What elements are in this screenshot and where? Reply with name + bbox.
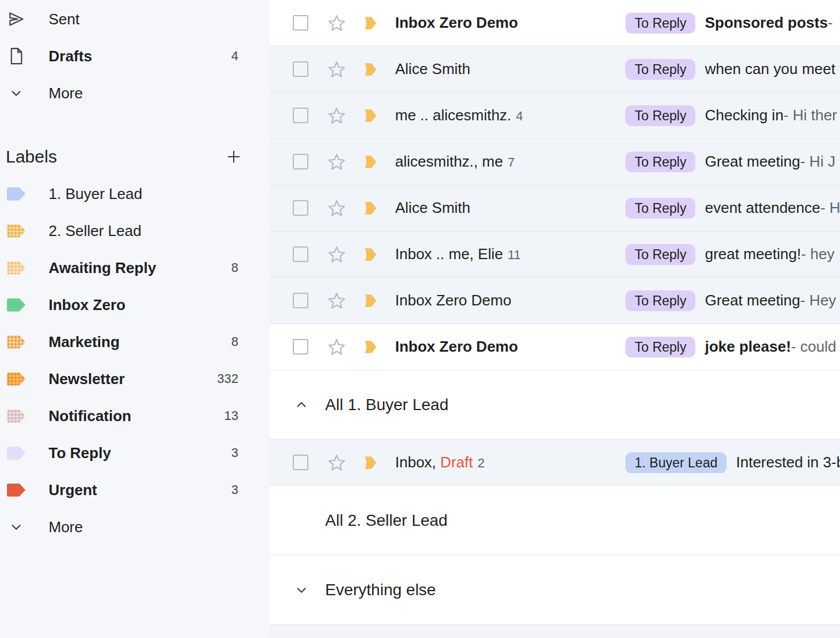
label-badge[interactable]: To Reply bbox=[625, 337, 695, 357]
row-checkbox[interactable] bbox=[293, 61, 308, 77]
label-badge[interactable]: To Reply bbox=[625, 59, 695, 80]
subject-text: Interested in 3-b bbox=[736, 453, 840, 471]
section-header-all-2-seller-lead[interactable]: All 2. Seller Lead bbox=[270, 486, 840, 555]
sidebar-item-sent[interactable]: Sent bbox=[0, 1, 270, 38]
sidebar-item-drafts[interactable]: Drafts4 bbox=[0, 38, 270, 75]
row-checkbox[interactable] bbox=[293, 108, 308, 123]
sidebar-label-inbox-zero[interactable]: Inbox Zero bbox=[0, 286, 270, 323]
labels-header: Labels bbox=[0, 138, 270, 175]
star-icon[interactable] bbox=[327, 245, 347, 264]
label-tag-shape bbox=[7, 187, 25, 201]
sidebar-item-more-labels[interactable]: More bbox=[0, 508, 270, 545]
sender-name: Alice Smith bbox=[395, 199, 470, 216]
draft-icon bbox=[7, 47, 25, 65]
row-checkbox[interactable] bbox=[293, 154, 308, 169]
chevron-up-icon[interactable] bbox=[294, 397, 309, 412]
star-icon[interactable] bbox=[327, 106, 347, 126]
label-badge[interactable]: To Reply bbox=[625, 290, 695, 311]
sidebar-label-name: Newsletter bbox=[49, 370, 217, 388]
star-icon[interactable] bbox=[327, 291, 347, 311]
subject-text: Sponsored posts bbox=[705, 14, 827, 32]
sidebar-label-notification[interactable]: Notification13 bbox=[0, 397, 270, 434]
sidebar-label-to-reply[interactable]: To Reply3 bbox=[0, 434, 270, 471]
email-row[interactable]: Inbox, Draft21. Buyer LeadInterested in … bbox=[270, 440, 840, 486]
importance-icon[interactable] bbox=[363, 340, 380, 354]
subject-text: Great meeting bbox=[705, 153, 800, 171]
label-badge[interactable]: To Reply bbox=[625, 13, 695, 34]
row-checkbox[interactable] bbox=[293, 455, 308, 470]
sidebar-label-newsletter[interactable]: Newsletter332 bbox=[0, 360, 270, 397]
importance-icon[interactable] bbox=[363, 456, 380, 470]
importance-icon[interactable] bbox=[363, 294, 380, 308]
sidebar: SentDrafts4More Labels 1. Buyer Lead2. S… bbox=[0, 0, 270, 638]
importance-icon[interactable] bbox=[363, 62, 380, 76]
sidebar-item-label: Drafts bbox=[49, 47, 231, 65]
star-icon[interactable] bbox=[327, 337, 347, 357]
email-row[interactable]: Inbox Zero DemoTo ReplySponsored posts - bbox=[270, 0, 840, 46]
sidebar-label-count: 8 bbox=[231, 260, 238, 275]
importance-icon[interactable] bbox=[363, 109, 380, 123]
row-checkbox[interactable] bbox=[293, 15, 308, 31]
thread-count: 4 bbox=[516, 109, 523, 123]
label-tag-icon bbox=[7, 484, 25, 497]
sidebar-label-1-buyer-lead[interactable]: 1. Buyer Lead bbox=[0, 175, 270, 212]
sidebar-label-awaiting-reply[interactable]: Awaiting Reply8 bbox=[0, 249, 270, 286]
email-row[interactable]: Alice SmithTo Replyevent attendence - H bbox=[270, 185, 840, 231]
importance-icon[interactable] bbox=[363, 155, 380, 169]
email-row[interactable]: me .. alicesmithz.4To ReplyChecking in -… bbox=[270, 93, 840, 139]
snippet-text: - hey bbox=[801, 245, 835, 263]
sidebar-label-name: Inbox Zero bbox=[49, 296, 238, 314]
star-icon[interactable] bbox=[327, 60, 347, 79]
subject-text: great meeting! bbox=[705, 245, 801, 263]
row-checkbox[interactable] bbox=[293, 200, 308, 216]
email-list: Inbox Zero DemoTo ReplySponsored posts -… bbox=[270, 0, 840, 638]
sender-text: alicesmithz., me7 bbox=[395, 153, 622, 171]
email-row[interactable]: Inbox Zero DemoTo Replyjoke please! - co… bbox=[270, 324, 840, 370]
row-checkbox[interactable] bbox=[293, 339, 308, 355]
importance-icon[interactable] bbox=[363, 201, 380, 215]
label-badge[interactable]: To Reply bbox=[625, 198, 695, 219]
row-checkbox[interactable] bbox=[293, 246, 308, 262]
sidebar-labels-list: 1. Buyer Lead2. Seller LeadAwaiting Repl… bbox=[0, 175, 270, 508]
email-row[interactable]: Inbox .. me, Elie11To Replygreat meeting… bbox=[270, 231, 840, 278]
sidebar-label-urgent[interactable]: Urgent3 bbox=[0, 471, 270, 508]
sidebar-label-name: 1. Buyer Lead bbox=[49, 185, 238, 203]
importance-icon[interactable] bbox=[363, 16, 380, 30]
sender-text: Inbox Zero Demo bbox=[395, 292, 622, 309]
label-tag-shape bbox=[7, 373, 25, 386]
sidebar-item-label: More bbox=[49, 518, 238, 536]
sidebar-label-2-seller-lead[interactable]: 2. Seller Lead bbox=[0, 212, 270, 249]
sender-text: Alice Smith bbox=[395, 60, 622, 78]
snippet-text: - bbox=[828, 14, 833, 32]
sidebar-label-count: 332 bbox=[217, 371, 238, 386]
star-icon[interactable] bbox=[327, 198, 347, 218]
star-icon[interactable] bbox=[327, 13, 347, 33]
section-header-everything-else[interactable]: Everything else bbox=[270, 555, 840, 625]
sidebar-label-marketing[interactable]: Marketing8 bbox=[0, 323, 270, 360]
chevron-down-icon[interactable] bbox=[294, 582, 309, 598]
sidebar-label-name: Notification bbox=[49, 407, 224, 425]
row-checkbox[interactable] bbox=[293, 293, 308, 308]
label-badge[interactable]: To Reply bbox=[625, 244, 695, 265]
sidebar-item-count: 4 bbox=[231, 49, 238, 64]
sidebar-nav: SentDrafts4More bbox=[0, 1, 270, 112]
sidebar-label-name: Urgent bbox=[49, 481, 231, 499]
sidebar-more-labels: More bbox=[0, 508, 270, 545]
label-tag-shape bbox=[7, 335, 25, 349]
email-row[interactable]: Inbox Zero DemoTo ReplyGreat meeting - H… bbox=[270, 278, 840, 324]
thread-count: 2 bbox=[477, 456, 484, 470]
label-badge[interactable]: To Reply bbox=[625, 105, 695, 126]
email-row[interactable]: Alice SmithTo Replywhen can you meet bbox=[270, 46, 840, 93]
importance-icon[interactable] bbox=[363, 248, 380, 261]
section-header-all-1-buyer-lead[interactable]: All 1. Buyer Lead bbox=[270, 370, 840, 440]
sidebar-item-more[interactable]: More bbox=[0, 75, 270, 112]
star-icon[interactable] bbox=[327, 152, 347, 172]
partial-row-strip bbox=[270, 625, 840, 638]
thread-count: 7 bbox=[507, 155, 514, 169]
add-label-button[interactable] bbox=[226, 149, 242, 165]
sender-name: alicesmithz., me bbox=[395, 153, 503, 170]
email-row[interactable]: alicesmithz., me7To ReplyGreat meeting -… bbox=[270, 139, 840, 185]
star-icon[interactable] bbox=[327, 453, 347, 473]
label-badge[interactable]: To Reply bbox=[625, 152, 695, 172]
label-badge[interactable]: 1. Buyer Lead bbox=[625, 452, 727, 473]
